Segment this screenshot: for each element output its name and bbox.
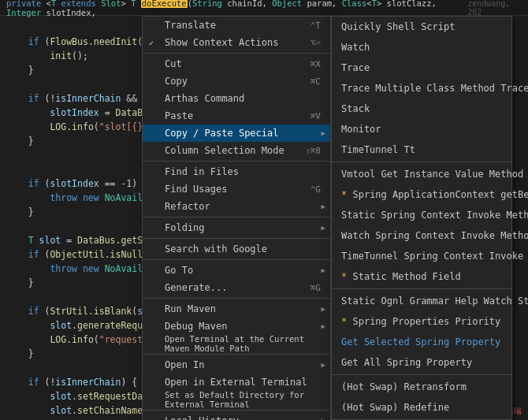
- menu-separator: [143, 298, 330, 299]
- menu-item-label: Generate...: [165, 282, 295, 293]
- submenu-item-trace-multiple[interactable]: Trace Multiple Class Method Trace -E: [332, 78, 511, 98]
- submenu-item-vmtool[interactable]: Vmtool Get Instance Value Method Field: [332, 164, 511, 184]
- submenu-item-hot-swap-retransform[interactable]: (Hot Swap) Retransform: [332, 377, 511, 397]
- menu-item-label: Show Context Actions: [165, 37, 295, 48]
- menu-item-label: Search with Google: [165, 243, 321, 255]
- menu-separator: [143, 354, 330, 355]
- menu-item-open-in[interactable]: Open In: [143, 356, 330, 374]
- submenu-item-get-all-spring-property[interactable]: Get All Spring Property: [332, 352, 511, 373]
- submenu-item-spring-properties-priority[interactable]: Spring Properties Priority: [332, 311, 511, 332]
- menu-item-shortcut: ⌃T: [310, 20, 321, 31]
- menu-item-paste[interactable]: Paste ⌘V: [143, 107, 330, 125]
- menu-item-debug-maven[interactable]: Debug Maven: [143, 318, 330, 335]
- menu-item-shortcut: ⌘V: [310, 111, 321, 121]
- menu-item-label: Set as Default Directory for External Te…: [165, 390, 321, 409]
- submenu-item-static-spring-context[interactable]: Static Spring Context Invoke Method Fiel…: [332, 205, 511, 225]
- menu-item-shortcut: ⌘G: [310, 283, 321, 293]
- menu-item-shortcut: ⌃G: [310, 184, 321, 195]
- submenu-item-trace[interactable]: Trace: [332, 58, 511, 78]
- menu-item-label: Copy: [165, 76, 295, 87]
- menu-item-copy[interactable]: Copy ⌘C: [143, 72, 330, 90]
- menu-separator: [143, 259, 330, 260]
- menu-item-label: Translate: [165, 20, 295, 31]
- submenu-item-spring-applicationcontext[interactable]: Spring ApplicationContext getBean: [332, 184, 511, 205]
- menu-item-translate[interactable]: Translate ⌃T: [143, 17, 330, 34]
- submenu-separator: [332, 374, 511, 375]
- menu-item-shortcut: ⌘C: [310, 76, 321, 87]
- submenu-separator: [332, 162, 511, 162]
- top-bar: private <T extends Slot> T doExecute(Str…: [0, 0, 528, 16]
- menu-item-label: Copy / Paste Special: [165, 128, 321, 139]
- menu-item-refactor[interactable]: Refactor: [143, 198, 330, 215]
- menu-item-folding[interactable]: Folding: [143, 219, 330, 236]
- author-info: zendwang, 202: [467, 0, 522, 17]
- submenu-item-timetunnel-tt[interactable]: TimeTunnel Tt: [332, 139, 511, 160]
- submenu-item-hot-swap-redefine[interactable]: (Hot Swap) Redefine: [332, 397, 511, 418]
- context-menu: Translate ⌃T ✓ Show Context Actions ⌥⏎ C…: [142, 16, 331, 420]
- menu-item-cut[interactable]: Cut ⌘X: [143, 55, 330, 72]
- submenu-item-timetunnel-spring-context[interactable]: TimeTunnel Spring Context Invoke Method …: [332, 246, 511, 266]
- menu-item-label: Cut: [165, 58, 295, 69]
- menu-item-label: Open in External Terminal: [165, 377, 321, 388]
- menu-item-search-google[interactable]: Search with Google: [143, 240, 330, 258]
- menu-item-run-maven[interactable]: Run Maven: [143, 300, 330, 318]
- submenu-item-watch-spring-context[interactable]: Watch Spring Context Invoke Method Field: [332, 225, 511, 246]
- menu-item-open-terminal-module[interactable]: Open Terminal at the Current Maven Modul…: [143, 335, 330, 352]
- menu-separator: [143, 410, 330, 411]
- menu-item-shortcut: ⌘X: [310, 59, 321, 69]
- menu-item-label: Open In: [165, 359, 321, 370]
- menu-separator: [143, 53, 330, 54]
- menu-item-show-context-actions[interactable]: ✓ Show Context Actions ⌥⏎: [143, 34, 330, 51]
- submenu-item-monitor[interactable]: Monitor: [332, 119, 511, 139]
- menu-item-label: Local History: [165, 415, 321, 420]
- menu-item-set-default-directory[interactable]: Set as Default Directory for External Te…: [143, 391, 330, 408]
- menu-item-column-selection[interactable]: Column Selection Mode ⇧⌘8: [143, 142, 330, 159]
- menu-item-label: Folding: [165, 222, 321, 233]
- menu-item-generate[interactable]: Generate... ⌘G: [143, 279, 330, 296]
- check-icon: ✓: [149, 39, 154, 47]
- menu-item-find-in-files[interactable]: Find in Files: [143, 163, 330, 180]
- menu-item-label: Paste: [165, 110, 295, 121]
- menu-item-goto[interactable]: Go To: [143, 262, 330, 279]
- submenu-item-quickly-shell[interactable]: Quickly Shell Script: [332, 17, 511, 37]
- submenu-panel: Quickly Shell Script Watch Trace Trace M…: [331, 16, 512, 420]
- menu-item-label: Column Selection Mode: [165, 145, 289, 156]
- menu-item-label: Debug Maven: [165, 321, 321, 332]
- menu-item-label: Run Maven: [165, 303, 321, 314]
- menu-item-copy-paste-special[interactable]: Copy / Paste Special: [143, 125, 330, 142]
- menu-item-label: Go To: [165, 265, 321, 276]
- submenu-item-static-ognl[interactable]: Static Ognl Grammar Help Watch Static Co…: [332, 291, 511, 311]
- menu-item-arthas-command[interactable]: Arthas Command: [143, 90, 330, 107]
- menu-item-label: Find in Files: [165, 166, 321, 177]
- menu-item-label: Refactor: [165, 201, 321, 212]
- menu-item-local-history[interactable]: Local History: [143, 412, 330, 420]
- menu-separator: [143, 238, 330, 239]
- submenu-item-watch[interactable]: Watch: [332, 37, 511, 58]
- menu-item-open-external-terminal[interactable]: Open in External Terminal: [143, 374, 330, 391]
- method-signature: private <T extends Slot> T doExecute(Str…: [6, 0, 467, 17]
- menu-item-label: Find Usages: [165, 184, 295, 195]
- menu-separator: [143, 217, 330, 217]
- menu-item-shortcut: ⌥⏎: [310, 38, 321, 48]
- menu-item-shortcut: ⇧⌘8: [305, 146, 321, 156]
- menu-item-find-usages[interactable]: Find Usages ⌃G: [143, 180, 330, 198]
- menu-item-label: Arthas Command: [165, 93, 321, 104]
- submenu-item-get-selected-spring-property[interactable]: Get Selected Spring Property: [332, 332, 511, 352]
- submenu-separator: [332, 288, 511, 289]
- menu-item-label: Open Terminal at the Current Maven Modul…: [165, 334, 321, 353]
- menu-separator: [143, 161, 330, 162]
- submenu-item-stack[interactable]: Stack: [332, 98, 511, 119]
- submenu-item-static-method-field[interactable]: Static Method Field: [332, 266, 511, 287]
